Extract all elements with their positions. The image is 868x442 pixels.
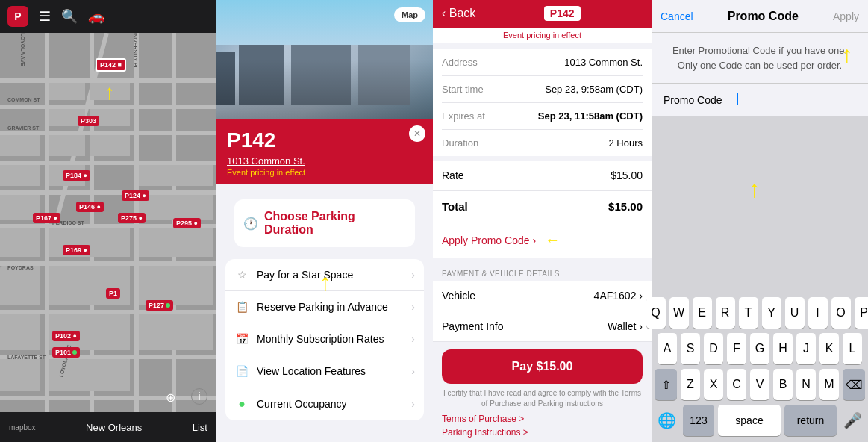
key-c[interactable]: C	[727, 369, 746, 400]
pin-p303[interactable]: P303	[78, 116, 99, 126]
key-y[interactable]: Y	[762, 297, 781, 329]
occupancy-label: Current Occupancy	[257, 398, 404, 410]
pin-p295[interactable]: P295 ●	[173, 218, 201, 228]
calendar-icon: 📅	[234, 333, 249, 345]
key-v[interactable]: V	[750, 369, 769, 400]
payment-panel: ‹ Back P142 Event pricing in effect Addr…	[433, 0, 652, 442]
key-u[interactable]: U	[785, 297, 805, 329]
key-z[interactable]: Z	[681, 369, 700, 400]
parking-instructions-link[interactable]: Parking Instructions >	[442, 426, 643, 439]
choose-duration-button[interactable]: 🕐 Choose Parking Duration	[234, 199, 415, 247]
key-r[interactable]: R	[716, 297, 735, 329]
pin-p167[interactable]: P167 ●	[33, 213, 60, 223]
pay-button[interactable]: Pay $15.00	[442, 349, 643, 384]
promo-input-label: Promo Code	[664, 94, 731, 106]
payment-lot-badge: P142	[544, 6, 581, 21]
promo-chevron-icon: ›	[533, 234, 537, 246]
key-e[interactable]: E	[693, 297, 712, 329]
numbers-key[interactable]: 123	[683, 405, 714, 436]
key-b[interactable]: B	[773, 369, 793, 400]
monthly-label: Monthly Subscription Rates	[257, 333, 404, 345]
key-k[interactable]: K	[819, 333, 839, 364]
pin-p102[interactable]: P102 ●	[52, 331, 80, 341]
key-i[interactable]: I	[808, 297, 828, 329]
mapbox-logo: mapbox	[9, 423, 36, 432]
promo-panel-wrapper: Cancel Promo Code Apply Enter Promotiona…	[652, 0, 868, 442]
expires-row: Expires at Sep 23, 11:58am (CDT)	[442, 103, 643, 130]
microphone-icon[interactable]: 🎤	[840, 411, 865, 429]
occupancy-item[interactable]: ● Current Occupancy ›	[225, 387, 424, 420]
key-l[interactable]: L	[843, 333, 862, 364]
keyboard-row-2: A S D F G H J K L	[652, 330, 868, 366]
pin-p142[interactable]: P142 ■	[96, 58, 126, 72]
pin-p127[interactable]: P127	[146, 300, 173, 311]
reserve-icon: 📋	[234, 301, 249, 313]
terms-links: Terms of Purchase > Parking Instructions…	[433, 409, 652, 442]
key-f[interactable]: F	[727, 333, 746, 364]
car-icon[interactable]: 🚗	[88, 8, 104, 25]
key-t[interactable]: T	[739, 297, 758, 329]
key-g[interactable]: G	[750, 333, 769, 364]
vehicle-label: Vehicle	[442, 290, 475, 302]
chevron-monthly-icon: ›	[411, 333, 415, 345]
rate-label: Rate	[442, 169, 464, 181]
payment-info-row[interactable]: Payment Info Wallet ›	[433, 311, 652, 342]
pin-p146[interactable]: P146 ●	[76, 202, 104, 212]
street-label-gravier: GRAVIER ST	[7, 125, 39, 131]
key-s[interactable]: S	[681, 333, 700, 364]
chevron-features-icon: ›	[411, 365, 415, 377]
key-n[interactable]: N	[796, 369, 816, 400]
shift-key[interactable]: ⇧	[655, 369, 677, 400]
promo-input-field[interactable]	[737, 93, 856, 107]
view-features-item[interactable]: 📄 View Location Features ›	[225, 355, 424, 387]
total-value: $15.00	[608, 200, 643, 213]
menu-icon[interactable]: ☰	[39, 8, 51, 25]
address-label: Address	[442, 57, 478, 68]
info-button[interactable]: i	[191, 388, 207, 405]
key-j[interactable]: J	[796, 333, 816, 364]
key-x[interactable]: X	[704, 369, 723, 400]
location-photo: Map	[216, 0, 433, 119]
space-key[interactable]: space	[718, 405, 781, 436]
globe-icon[interactable]: 🌐	[655, 411, 679, 429]
back-button[interactable]: ‹ Back	[442, 7, 475, 20]
monthly-subscription-item[interactable]: 📅 Monthly Subscription Rates ›	[225, 323, 424, 355]
pin-p169[interactable]: P169 ●	[63, 245, 90, 255]
lot-address[interactable]: 1013 Common St.	[227, 155, 422, 166]
payment-info-label: Payment Info	[442, 320, 504, 332]
address-row: Address 1013 Common St.	[442, 49, 643, 76]
pin-p1[interactable]: P1	[106, 288, 120, 299]
promo-cancel-button[interactable]: Cancel	[661, 10, 693, 22]
parking-logo: P	[7, 6, 28, 27]
backspace-key[interactable]: ⌫	[843, 369, 865, 400]
street-label-poydras: POYDRAS	[7, 265, 34, 270]
search-icon[interactable]: 🔍	[61, 8, 78, 25]
start-time-row: Start time Sep 23, 9:58am (CDT)	[442, 76, 643, 103]
promo-row[interactable]: Apply Promo Code › ←	[433, 222, 652, 258]
terms-of-purchase-link[interactable]: Terms of Purchase >	[442, 412, 643, 426]
total-row: Total $15.00	[433, 191, 652, 222]
pin-p124[interactable]: P124 ●	[122, 190, 149, 201]
pin-p184[interactable]: P184 ●	[63, 170, 90, 181]
pin-p101[interactable]: P101	[52, 347, 80, 358]
pin-p275[interactable]: P275 ●	[118, 213, 146, 223]
list-button[interactable]: List	[193, 422, 207, 433]
close-button[interactable]: ✕	[409, 125, 425, 142]
arrow-indicator: ↑	[104, 81, 115, 105]
key-a[interactable]: A	[658, 333, 677, 364]
key-w[interactable]: W	[669, 297, 689, 329]
key-o[interactable]: O	[831, 297, 851, 329]
key-d[interactable]: D	[704, 333, 723, 364]
key-p[interactable]: P	[855, 297, 869, 329]
key-h[interactable]: H	[773, 333, 793, 364]
promo-apply-button[interactable]: Apply	[833, 10, 859, 22]
features-label: View Location Features	[257, 365, 404, 377]
map-badge[interactable]: Map	[394, 7, 425, 22]
promo-header: Cancel Promo Code Apply	[652, 0, 868, 33]
return-key[interactable]: return	[784, 405, 837, 436]
street-label-loyola2: LOYOLA AVE	[20, 33, 25, 66]
key-q[interactable]: Q	[646, 297, 666, 329]
vehicle-row[interactable]: Vehicle 4AF1602 ›	[433, 281, 652, 311]
location-button[interactable]: ⊕	[166, 390, 175, 405]
key-m[interactable]: M	[819, 369, 839, 400]
